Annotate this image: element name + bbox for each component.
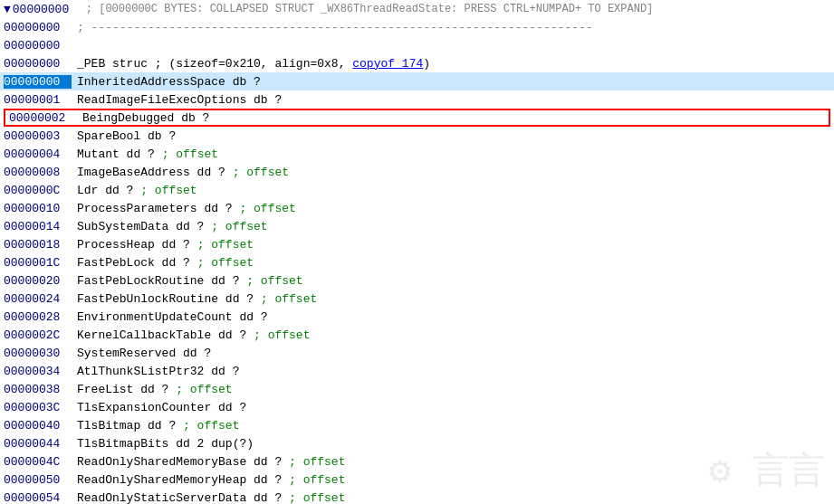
address-cell: 00000034 <box>4 365 72 378</box>
address-cell: 00000004 <box>4 147 72 161</box>
address-cell: 00000018 <box>4 238 72 252</box>
content-cell: ImageBaseAddress dd ? ; offset <box>72 166 289 179</box>
content-cell: ReadOnlyStaticServerData dd ? ; offset <box>72 491 345 505</box>
table-row[interactable]: 00000000 <box>0 36 834 54</box>
offset-comment: ; offset <box>239 274 302 288</box>
content-cell: ProcessParameters dd ? ; offset <box>72 202 296 215</box>
table-row[interactable]: 00000000; ------------------------------… <box>0 18 834 36</box>
code-text: SubSystemData dd ? <box>77 220 204 233</box>
content-cell: FreeList dd ? ; offset <box>72 383 233 396</box>
table-row[interactable]: 0000000CLdr dd ? ; offset <box>0 181 834 199</box>
table-row[interactable]: ▼ 00000000; [0000000C BYTES: COLLAPSED S… <box>0 0 834 18</box>
table-row[interactable]: 00000038FreeList dd ? ; offset <box>0 380 834 398</box>
table-row[interactable]: 0000002CKernelCallbackTable dd ? ; offse… <box>0 326 834 344</box>
content-cell: TlsBitmap dd ? ; offset <box>72 419 239 433</box>
content-cell: SubSystemData dd ? ; offset <box>72 220 268 233</box>
offset-comment: ; offset <box>282 491 345 505</box>
table-row[interactable]: 00000028EnvironmentUpdateCount dd ? <box>0 308 834 326</box>
content-cell: ReadOnlySharedMemoryHeap dd ? ; offset <box>72 473 345 487</box>
content-cell: TlsBitmapBits dd 2 dup(?) <box>72 437 254 451</box>
address-cell: 00000050 <box>4 473 72 487</box>
table-row[interactable]: 00000004Mutant dd ? ; offset <box>0 145 834 163</box>
table-row[interactable]: 00000001ReadImageFileExecOptions db ? <box>0 90 834 109</box>
content-cell: ; --------------------------------------… <box>72 21 593 34</box>
content-cell: SpareBool db ? <box>72 129 176 143</box>
content-cell: EnvironmentUpdateCount dd ? <box>72 310 268 324</box>
address-cell: 00000040 <box>4 419 72 433</box>
offset-comment: ; offset <box>190 238 254 252</box>
table-row[interactable]: 00000002BeingDebugged db ? <box>4 109 830 127</box>
content-cell: ; [0000000C BYTES: COLLAPSED STRUCT _WX8… <box>81 3 654 15</box>
table-row[interactable]: 00000020FastPebLockRoutine dd ? ; offset <box>0 271 834 290</box>
code-text: ReadOnlySharedMemoryBase dd ? <box>77 455 282 469</box>
address-cell: 0000003C <box>4 401 72 414</box>
address-cell: 0000001C <box>4 256 72 270</box>
code-text: ReadOnlySharedMemoryHeap dd ? <box>77 473 282 487</box>
offset-comment: ; offset <box>155 147 218 161</box>
content-cell: SystemReserved dd ? <box>72 347 211 360</box>
address-cell: 00000008 <box>4 166 72 179</box>
address-cell: 00000030 <box>4 347 72 360</box>
address-cell: 00000028 <box>4 310 72 324</box>
content-cell: Mutant dd ? ; offset <box>72 147 218 161</box>
address-cell: 00000044 <box>4 437 72 451</box>
address-cell: 00000003 <box>4 129 72 143</box>
table-row[interactable]: 00000030SystemReserved dd ? <box>0 344 834 362</box>
address-cell: 0000000C <box>4 184 72 197</box>
table-row[interactable]: 00000003SpareBool db ? <box>0 127 834 145</box>
table-row[interactable]: 00000008ImageBaseAddress dd ? ; offset <box>0 163 834 181</box>
content-cell: Ldr dd ? ; offset <box>72 184 197 197</box>
code-text: ImageBaseAddress dd ? <box>77 166 225 179</box>
offset-comment: ; offset <box>282 473 345 487</box>
content-cell: KernelCallbackTable dd ? ; offset <box>72 328 310 342</box>
address-cell: 00000000 <box>13 3 81 16</box>
expand-icon[interactable]: ▼ <box>4 3 11 16</box>
table-row[interactable]: 00000018ProcessHeap dd ? ; offset <box>0 235 834 253</box>
code-text: Mutant dd ? <box>77 147 155 161</box>
table-row[interactable]: 00000054ReadOnlyStaticServerData dd ? ; … <box>0 489 834 504</box>
address-cell: 00000038 <box>4 383 72 396</box>
address-cell: 00000000 <box>4 57 72 71</box>
offset-comment: ; offset <box>246 328 310 342</box>
table-row[interactable]: 00000040TlsBitmap dd ? ; offset <box>0 416 834 434</box>
table-row[interactable]: 0000001CFastPebLock dd ? ; offset <box>0 253 834 271</box>
table-row[interactable]: 00000034AtlThunkSListPtr32 dd ? <box>0 362 834 380</box>
address-cell: 00000001 <box>4 93 72 107</box>
table-row[interactable]: 00000000InheritedAddressSpace db ? <box>0 72 834 90</box>
peb-label: _PEB <box>77 57 105 71</box>
code-text: KernelCallbackTable dd ? <box>77 328 246 342</box>
offset-comment: ; offset <box>190 256 254 270</box>
peb-link[interactable]: copyof_174 <box>352 57 423 71</box>
address-cell: 00000054 <box>4 491 72 505</box>
table-row[interactable]: 0000003CTlsExpansionCounter dd ? <box>0 398 834 416</box>
content-cell: ReadImageFileExecOptions db ? <box>72 93 282 107</box>
offset-comment: ; offset <box>233 202 296 215</box>
table-row[interactable]: 00000000_PEB struc ; (sizeof=0x210, alig… <box>0 54 834 72</box>
code-view: ▼ 00000000; [0000000C BYTES: COLLAPSED S… <box>0 0 834 504</box>
offset-comment: ; offset <box>176 419 239 433</box>
table-row[interactable]: 00000014SubSystemData dd ? ; offset <box>0 217 834 235</box>
address-cell: 00000024 <box>4 292 72 306</box>
offset-comment: ; offset <box>225 166 289 179</box>
content-cell: _PEB struc ; (sizeof=0x210, align=0x8, c… <box>72 57 430 71</box>
code-text: Ldr dd ? <box>77 184 133 197</box>
content-cell: ReadOnlySharedMemoryBase dd ? ; offset <box>72 455 345 469</box>
offset-comment: ; offset <box>282 455 345 469</box>
offset-comment: ; offset <box>204 220 267 233</box>
code-text: ReadOnlyStaticServerData dd ? <box>77 491 282 505</box>
peb-struct-info: struc ; (sizeof=0x210, align=0x8, <box>105 57 352 71</box>
code-text: FastPebLock dd ? <box>77 256 190 270</box>
table-row[interactable]: 00000044TlsBitmapBits dd 2 dup(?) <box>0 434 834 452</box>
table-row[interactable]: 00000050ReadOnlySharedMemoryHeap dd ? ; … <box>0 471 834 489</box>
peb-end: ) <box>423 57 430 71</box>
table-row[interactable]: 00000010ProcessParameters dd ? ; offset <box>0 199 834 217</box>
address-cell: 00000002 <box>9 111 77 125</box>
content-cell: BeingDebugged db ? <box>77 111 209 125</box>
offset-comment: ; offset <box>168 383 232 396</box>
code-text: ProcessHeap dd ? <box>77 238 190 252</box>
content-cell: ProcessHeap dd ? ; offset <box>72 238 254 252</box>
table-row[interactable]: 00000024FastPebUnlockRoutine dd ? ; offs… <box>0 290 834 308</box>
table-row[interactable]: 0000004CReadOnlySharedMemoryBase dd ? ; … <box>0 452 834 471</box>
address-cell: 00000000 <box>4 21 72 34</box>
offset-comment: ; offset <box>133 184 197 197</box>
